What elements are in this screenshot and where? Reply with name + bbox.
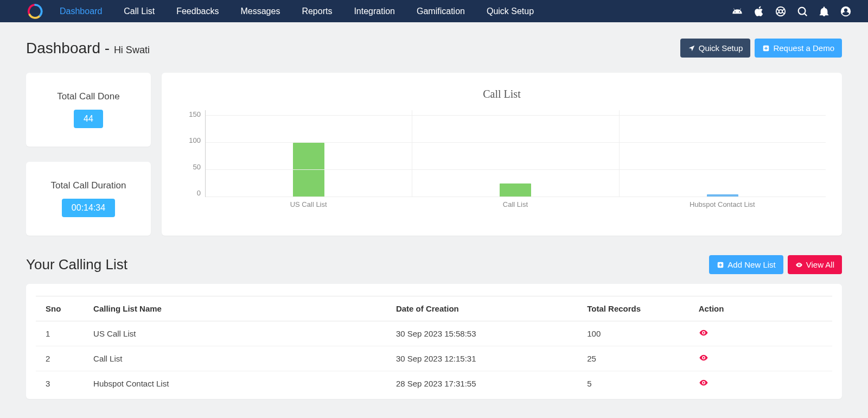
add-new-list-button[interactable]: Add New List bbox=[709, 255, 783, 274]
nav-items: DashboardCall ListFeedbacksMessagesRepor… bbox=[60, 0, 534, 22]
y-tick: 50 bbox=[193, 163, 201, 171]
table-cell-records: 100 bbox=[577, 321, 689, 346]
x-tick: US Call List bbox=[205, 197, 412, 208]
bar-slot bbox=[412, 110, 619, 197]
table-cell-sno: 3 bbox=[36, 371, 84, 396]
table-cell-action bbox=[689, 371, 832, 396]
bar-slot bbox=[620, 110, 826, 197]
user-icon[interactable] bbox=[840, 5, 852, 17]
chart-y-axis: 150100500 bbox=[178, 110, 205, 197]
page-header: Dashboard - Hi Swati Quick Setup Request… bbox=[26, 39, 842, 58]
total-call-done-value: 44 bbox=[74, 110, 103, 128]
svg-point-6 bbox=[799, 264, 800, 265]
table-cell-name: Hubspot Contact List bbox=[84, 371, 386, 396]
request-demo-label: Request a Demo bbox=[773, 43, 834, 53]
nav-item-reports[interactable]: Reports bbox=[302, 7, 332, 16]
chart-bar[interactable] bbox=[500, 183, 531, 197]
view-all-label: View All bbox=[806, 260, 834, 269]
y-tick: 100 bbox=[189, 136, 201, 144]
view-all-button[interactable]: View All bbox=[788, 255, 842, 274]
nav-right-icons bbox=[731, 5, 852, 17]
greeting: Hi Swati bbox=[114, 45, 150, 55]
table-header-cell: Sno bbox=[36, 296, 84, 321]
table-header-cell: Date of Creation bbox=[386, 296, 577, 321]
nav-item-quick-setup[interactable]: Quick Setup bbox=[487, 7, 534, 16]
quick-setup-button[interactable]: Quick Setup bbox=[680, 39, 751, 58]
nav-item-feedbacks[interactable]: Feedbacks bbox=[176, 7, 219, 16]
support-icon[interactable] bbox=[775, 5, 787, 17]
svg-point-8 bbox=[703, 357, 704, 359]
location-arrow-icon bbox=[688, 45, 695, 52]
nav-item-messages[interactable]: Messages bbox=[240, 7, 280, 16]
total-call-done-label: Total Call Done bbox=[35, 91, 142, 102]
chart-area: 150100500 bbox=[178, 110, 826, 197]
bar-slot bbox=[206, 110, 412, 197]
svg-point-1 bbox=[779, 9, 782, 12]
table-header-row: SnoCalling List NameDate of CreationTota… bbox=[36, 296, 832, 321]
calling-list-header: Your Calling List Add New List View All bbox=[26, 255, 842, 274]
table-cell-date: 28 Sep 2023 17:31:55 bbox=[386, 371, 577, 396]
table-header-cell: Calling List Name bbox=[84, 296, 386, 321]
table-row: 1US Call List30 Sep 2023 15:58:53100 bbox=[36, 321, 832, 346]
svg-point-2 bbox=[799, 7, 806, 14]
nav-item-gamification[interactable]: Gamification bbox=[417, 7, 465, 16]
brand-logo[interactable] bbox=[26, 3, 44, 20]
calling-list-table-card: SnoCalling List NameDate of CreationTota… bbox=[26, 284, 842, 399]
chart-x-axis: US Call ListCall ListHubspot Contact Lis… bbox=[205, 197, 826, 208]
svg-line-3 bbox=[805, 14, 807, 16]
eye-icon bbox=[795, 261, 803, 269]
table-cell-date: 30 Sep 2023 15:58:53 bbox=[386, 321, 577, 346]
y-tick: 0 bbox=[197, 189, 201, 197]
table-cell-date: 30 Sep 2023 12:15:31 bbox=[386, 346, 577, 371]
add-new-list-label: Add New List bbox=[727, 260, 775, 269]
calling-list-title: Your Calling List bbox=[26, 256, 127, 273]
svg-point-0 bbox=[776, 7, 786, 16]
top-navbar: DashboardCall ListFeedbacksMessagesRepor… bbox=[0, 0, 868, 22]
calling-list-table: SnoCalling List NameDate of CreationTota… bbox=[36, 296, 832, 396]
x-tick: Call List bbox=[412, 197, 618, 208]
total-call-duration-card: Total Call Duration 00:14:34 bbox=[26, 162, 151, 236]
chart-plot bbox=[205, 110, 826, 197]
table-body: 1US Call List30 Sep 2023 15:58:531002Cal… bbox=[36, 321, 832, 396]
table-cell-records: 25 bbox=[577, 346, 689, 371]
call-list-chart-card: Call List 150100500 US Call ListCall Lis… bbox=[162, 73, 842, 236]
svg-point-7 bbox=[703, 332, 704, 334]
quick-setup-label: Quick Setup bbox=[699, 43, 743, 53]
table-cell-action bbox=[689, 321, 832, 346]
chart-bar[interactable] bbox=[293, 143, 324, 197]
table-cell-sno: 1 bbox=[36, 321, 84, 346]
total-call-duration-value: 00:14:34 bbox=[62, 199, 115, 217]
table-row: 3Hubspot Contact List28 Sep 2023 17:31:5… bbox=[36, 371, 832, 396]
view-row-icon[interactable] bbox=[699, 380, 709, 389]
total-call-duration-label: Total Call Duration bbox=[35, 180, 142, 191]
nav-item-call-list[interactable]: Call List bbox=[124, 7, 155, 16]
svg-point-9 bbox=[703, 382, 704, 384]
plus-square-icon bbox=[717, 261, 724, 269]
chart-title: Call List bbox=[178, 88, 826, 100]
page-title: Dashboard - Hi Swati bbox=[26, 40, 150, 57]
y-tick: 150 bbox=[189, 110, 201, 118]
table-header-cell: Total Records bbox=[577, 296, 689, 321]
plus-square-icon bbox=[762, 45, 770, 52]
bell-icon[interactable] bbox=[818, 5, 830, 17]
table-cell-name: US Call List bbox=[84, 321, 386, 346]
view-row-icon[interactable] bbox=[699, 330, 709, 339]
page-title-text: Dashboard bbox=[26, 40, 100, 56]
table-cell-sno: 2 bbox=[36, 346, 84, 371]
search-icon[interactable] bbox=[796, 5, 808, 17]
table-cell-name: Call List bbox=[84, 346, 386, 371]
view-row-icon[interactable] bbox=[699, 355, 709, 364]
total-call-done-card: Total Call Done 44 bbox=[26, 73, 151, 147]
request-demo-button[interactable]: Request a Demo bbox=[755, 39, 842, 58]
android-icon[interactable] bbox=[731, 5, 743, 17]
apple-icon[interactable] bbox=[753, 5, 765, 17]
nav-item-integration[interactable]: Integration bbox=[354, 7, 395, 16]
nav-item-dashboard[interactable]: Dashboard bbox=[60, 7, 102, 16]
table-row: 2Call List30 Sep 2023 12:15:3125 bbox=[36, 346, 832, 371]
table-cell-records: 5 bbox=[577, 371, 689, 396]
table-cell-action bbox=[689, 346, 832, 371]
table-header-cell: Action bbox=[689, 296, 832, 321]
x-tick: Hubspot Contact List bbox=[619, 197, 826, 208]
